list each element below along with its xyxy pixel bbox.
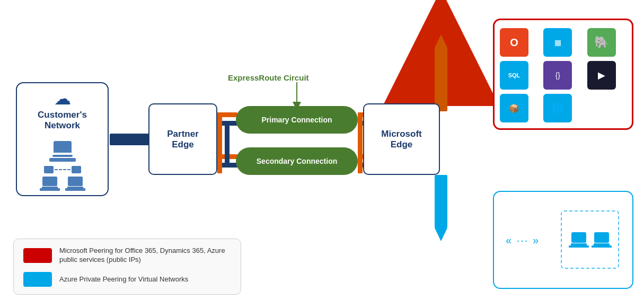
microsoft-edge-label: MicrosoftEdge [381,129,422,150]
svg-rect-1 [217,112,237,117]
svg-rect-5 [217,154,237,159]
vnet-peering-dots: « ··· » [506,234,540,246]
diagram: ☁ ☁ Customer's Network [0,0,644,308]
api-icon: {} [543,61,572,90]
primary-connection-pill: Primary Connection [236,106,358,134]
legend-item-red: Microsoft Peering for Office 365, Dynami… [23,247,231,265]
legend-box: Microsoft Peering for Office 365, Dynami… [13,239,241,295]
partner-edge-label: PartnerEdge [167,129,199,150]
expressroute-circuit-label: ExpressRoute Circuit [228,73,309,82]
legend-color-red [23,248,52,263]
secondary-connection-label: Secondary Connection [257,157,337,165]
svg-rect-11 [358,112,363,173]
vm-icon [569,232,612,248]
customer-network-box: ☁ Customer's Network [16,82,109,196]
legend-text-red: Microsoft Peering for Office 365, Dynami… [59,247,231,265]
office365-icon: O [500,28,528,57]
legend-color-blue [23,272,52,287]
storage-icon: ▦ [543,28,572,57]
partner-edge-box: PartnerEdge [148,103,217,175]
web-icon: 🌐 [543,94,572,122]
hdinsight-icon: 🐘 [587,28,616,57]
container-icon: 📦 [500,94,528,122]
svg-marker-16 [435,34,447,48]
svg-rect-9 [217,112,222,173]
svg-rect-7 [217,163,237,168]
vnet-inner-box [561,210,619,269]
ms-services-icons: O ▦ 🐘 SQL {} ▶ 📦 [500,28,627,122]
customer-cloud-icon: ☁ [54,89,71,109]
svg-rect-15 [435,48,447,111]
sql-icon: SQL [500,61,528,90]
secondary-connection-pill: Secondary Connection [236,147,358,175]
network-computers-icon [40,141,85,191]
legend-item-blue: Azure Private Peering for Virtual Networ… [23,272,231,287]
svg-rect-3 [217,121,237,126]
microsoft-services-box: O ▦ 🐘 SQL {} ▶ 📦 [493,19,633,130]
customer-network-label: Customer's Network [38,110,87,131]
microsoft-edge-box: MicrosoftEdge [363,103,440,175]
legend-text-blue: Azure Private Peering for Virtual Networ… [59,275,188,284]
svg-rect-17 [435,175,447,228]
primary-connection-label: Primary Connection [261,116,332,124]
svg-rect-0 [110,134,149,145]
svg-rect-10 [225,121,230,165]
azure-vnet-box: « ··· » [493,191,633,289]
media-services-icon: ▶ [587,61,616,90]
svg-marker-18 [435,228,447,241]
